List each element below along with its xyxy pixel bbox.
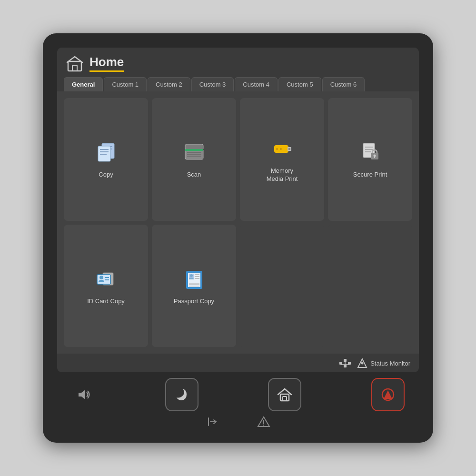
scan-icon [181,139,207,167]
tab-custom3[interactable]: Custom 3 [191,77,234,91]
hw-sub-row [57,415,419,433]
svg-rect-56 [283,397,287,401]
tabs-container: General Custom 1 Custom 2 Custom 3 Custo… [57,72,419,91]
scan-button[interactable]: Scan [152,98,236,221]
login-icon[interactable] [206,415,219,431]
memory-media-print-button[interactable]: MemoryMedia Print [240,98,324,221]
warning-icon[interactable] [257,415,270,431]
id-card-copy-button[interactable]: ID Card Copy [64,225,148,347]
scan-label: Scan [187,171,201,179]
status-monitor-icon [357,358,367,368]
hardware-controls [57,378,419,433]
svg-rect-12 [185,149,203,151]
svg-point-20 [280,148,282,150]
svg-rect-51 [344,359,347,362]
svg-rect-6 [98,146,110,161]
secure-print-label: Secure Print [353,171,387,179]
passport-icon [181,266,207,294]
svg-rect-55 [280,394,289,401]
status-monitor-label: Status Monitor [370,360,410,367]
copy-button[interactable]: Copy [64,98,148,221]
memory-media-print-label: MemoryMedia Print [267,167,298,183]
svg-marker-58 [384,390,392,399]
volume-icon [71,383,95,407]
copy-label: Copy [99,171,113,179]
svg-marker-54 [79,390,85,399]
svg-rect-27 [374,156,375,158]
screen: Home General Custom 1 Custom 2 Custom 3 … [57,48,419,372]
status-monitor-button[interactable]: Status Monitor [357,358,410,368]
id-card-copy-label: ID Card Copy [87,298,125,306]
svg-point-30 [99,276,103,279]
network-icon [339,358,351,368]
svg-rect-0 [68,61,81,71]
home-hw-button[interactable] [268,378,301,411]
device-body: Home General Custom 1 Custom 2 Custom 3 … [43,33,433,443]
page-title: Home [89,55,124,72]
secure-print-icon [357,139,383,167]
passport-copy-label: Passport Copy [174,298,214,306]
svg-point-19 [276,148,278,150]
stop-button[interactable] [371,378,405,411]
svg-point-61 [263,425,264,426]
svg-rect-18 [288,148,290,150]
svg-rect-29 [97,275,110,284]
grid-cell-empty-1 [240,225,324,347]
grid-cell-empty-2 [328,225,412,347]
grid-row-2: ID Card Copy [64,225,412,347]
sleep-button[interactable] [165,378,198,411]
secure-print-button[interactable]: Secure Print [328,98,412,221]
tab-custom6[interactable]: Custom 6 [322,77,365,91]
tab-custom1[interactable]: Custom 1 [104,77,147,91]
svg-point-36 [190,274,193,277]
copy-icon [93,139,119,167]
memory-icon [269,136,295,163]
app-grid: Copy [57,91,419,354]
hw-button-row [57,378,419,411]
passport-copy-button[interactable]: Passport Copy [152,225,236,347]
svg-point-53 [361,362,364,365]
tab-custom5[interactable]: Custom 5 [278,77,321,91]
tab-custom2[interactable]: Custom 2 [148,77,190,91]
tab-general[interactable]: General [64,77,103,91]
grid-row-1: Copy [64,98,412,221]
id-card-icon [93,266,119,294]
screen-header: Home [57,48,419,72]
svg-rect-43 [344,365,347,367]
svg-rect-1 [72,65,77,71]
status-bar: Status Monitor [57,354,419,372]
home-icon [66,54,84,72]
tab-custom4[interactable]: Custom 4 [235,77,278,91]
